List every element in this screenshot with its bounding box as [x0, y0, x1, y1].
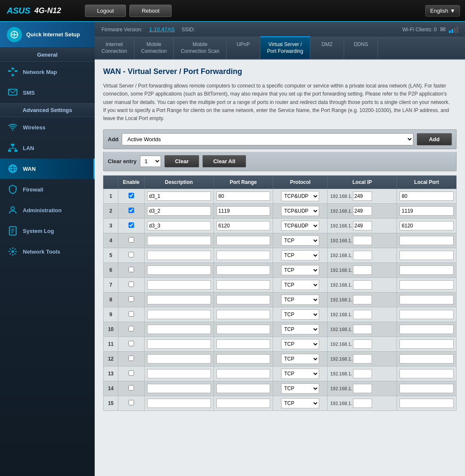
protocol-select[interactable]: TCPUDPTCP&UDPBOTH: [281, 265, 319, 275]
enable-checkbox[interactable]: [129, 356, 134, 361]
port-range-input[interactable]: [216, 191, 271, 201]
enable-checkbox[interactable]: [129, 370, 134, 376]
local-ip-input[interactable]: [353, 265, 372, 275]
tab-virtual-server[interactable]: Virtual Server /Port Forwarding: [260, 36, 310, 59]
logout-button[interactable]: Logout: [85, 5, 126, 17]
port-range-input[interactable]: [216, 280, 271, 290]
local-port-input[interactable]: [399, 354, 454, 364]
tab-ddns[interactable]: DDNS: [344, 37, 378, 59]
sidebar-item-firewall[interactable]: Firewall: [0, 179, 95, 200]
local-ip-input[interactable]: [353, 399, 372, 408]
local-ip-input[interactable]: [353, 325, 372, 334]
port-range-input[interactable]: [216, 384, 271, 393]
local-port-input[interactable]: [399, 399, 454, 408]
sidebar-item-lan[interactable]: LAN: [0, 138, 95, 159]
port-range-input[interactable]: [216, 325, 271, 334]
tab-mobile-connection[interactable]: MobileConnection: [134, 37, 174, 59]
enable-checkbox[interactable]: [129, 193, 134, 198]
description-input[interactable]: [147, 236, 211, 245]
enable-checkbox[interactable]: [129, 326, 134, 331]
local-ip-input[interactable]: [353, 191, 372, 201]
port-range-input[interactable]: [216, 399, 271, 408]
description-input[interactable]: [147, 325, 211, 334]
sidebar-item-wan[interactable]: WAN: [0, 159, 95, 179]
reboot-button[interactable]: Reboot: [129, 5, 172, 17]
tab-dmz[interactable]: DMZ: [310, 37, 344, 59]
local-port-input[interactable]: [399, 325, 454, 334]
protocol-select[interactable]: TCPUDPTCP&UDPBOTH: [281, 383, 319, 394]
sidebar-item-network-map[interactable]: Network Map: [0, 62, 95, 82]
description-input[interactable]: [147, 310, 211, 319]
protocol-select[interactable]: TCPUDPTCP&UDPBOTH: [281, 309, 319, 320]
local-port-input[interactable]: [399, 236, 454, 245]
protocol-select[interactable]: TCPUDPTCP&UDPBOTH: [281, 250, 319, 260]
description-input[interactable]: [147, 384, 211, 393]
protocol-select[interactable]: TCPUDPTCP&UDPBOTH: [281, 235, 319, 246]
tab-mobile-connection-scan[interactable]: MobileConnection Scan: [174, 37, 226, 59]
language-selector[interactable]: English ▼: [425, 5, 460, 16]
protocol-select[interactable]: TCPUDPTCP&UDPBOTH: [281, 339, 319, 349]
enable-checkbox[interactable]: [129, 400, 134, 405]
description-input[interactable]: [147, 354, 211, 364]
description-input[interactable]: [147, 206, 211, 216]
local-port-input[interactable]: [399, 384, 454, 393]
enable-checkbox[interactable]: [129, 341, 134, 346]
add-button[interactable]: Add: [417, 133, 452, 145]
description-input[interactable]: [147, 221, 211, 230]
protocol-select[interactable]: TCPUDPTCP&UDPBOTH: [281, 324, 319, 334]
local-port-input[interactable]: [399, 339, 454, 349]
local-ip-input[interactable]: [353, 369, 372, 378]
description-input[interactable]: [147, 295, 211, 304]
protocol-select[interactable]: TCPUDPTCP&UDPBOTH: [281, 221, 319, 231]
port-range-input[interactable]: [216, 310, 271, 319]
enable-checkbox[interactable]: [129, 267, 134, 272]
enable-checkbox[interactable]: [129, 282, 134, 287]
description-input[interactable]: [147, 280, 211, 290]
sidebar-item-network-tools[interactable]: Network Tools: [0, 241, 95, 262]
port-range-input[interactable]: [216, 206, 271, 216]
add-dropdown[interactable]: Active Worlds AIM Talk AOL: [122, 133, 413, 145]
port-range-input[interactable]: [216, 369, 271, 378]
local-port-input[interactable]: [399, 280, 454, 290]
description-input[interactable]: [147, 251, 211, 260]
enable-checkbox[interactable]: [129, 385, 134, 391]
clear-entry-dropdown[interactable]: 1234: [140, 156, 161, 167]
local-ip-input[interactable]: [353, 251, 372, 260]
enable-checkbox[interactable]: [129, 222, 134, 228]
port-range-input[interactable]: [216, 354, 271, 364]
local-ip-input[interactable]: [353, 221, 372, 230]
local-ip-input[interactable]: [353, 295, 372, 304]
port-range-input[interactable]: [216, 236, 271, 245]
local-port-input[interactable]: [399, 369, 454, 378]
local-port-input[interactable]: [399, 191, 454, 201]
enable-checkbox[interactable]: [129, 252, 134, 257]
sidebar-item-sms[interactable]: SMS: [0, 82, 95, 103]
sidebar-item-system-log[interactable]: System Log: [0, 221, 95, 241]
local-port-input[interactable]: [399, 206, 454, 216]
port-range-input[interactable]: [216, 251, 271, 260]
firmware-version-link[interactable]: 1.10.47AS: [149, 26, 175, 33]
protocol-select[interactable]: TCPUDPTCP&UDPBOTH: [281, 206, 319, 216]
enable-checkbox[interactable]: [129, 311, 134, 317]
local-ip-input[interactable]: [353, 310, 372, 319]
description-input[interactable]: [147, 369, 211, 378]
description-input[interactable]: [147, 339, 211, 349]
protocol-select[interactable]: TCPUDPTCP&UDPBOTH: [281, 354, 319, 364]
local-ip-input[interactable]: [353, 206, 372, 216]
enable-checkbox[interactable]: [129, 208, 134, 213]
local-ip-input[interactable]: [353, 354, 372, 364]
description-input[interactable]: [147, 265, 211, 275]
port-range-input[interactable]: [216, 295, 271, 304]
local-port-input[interactable]: [399, 251, 454, 260]
local-port-input[interactable]: [399, 310, 454, 319]
description-input[interactable]: [147, 191, 211, 201]
local-ip-input[interactable]: [353, 236, 372, 245]
protocol-select[interactable]: TCPUDPTCP&UDPBOTH: [281, 295, 319, 305]
protocol-select[interactable]: TCPUDPTCP&UDPBOTH: [281, 280, 319, 290]
quick-internet-setup[interactable]: Quick Internet Setup: [0, 22, 95, 48]
enable-checkbox[interactable]: [129, 237, 134, 243]
local-port-input[interactable]: [399, 221, 454, 230]
local-ip-input[interactable]: [353, 339, 372, 349]
sidebar-item-wireless[interactable]: Wireless: [0, 117, 95, 138]
tab-upnp[interactable]: UPnP: [227, 37, 260, 59]
